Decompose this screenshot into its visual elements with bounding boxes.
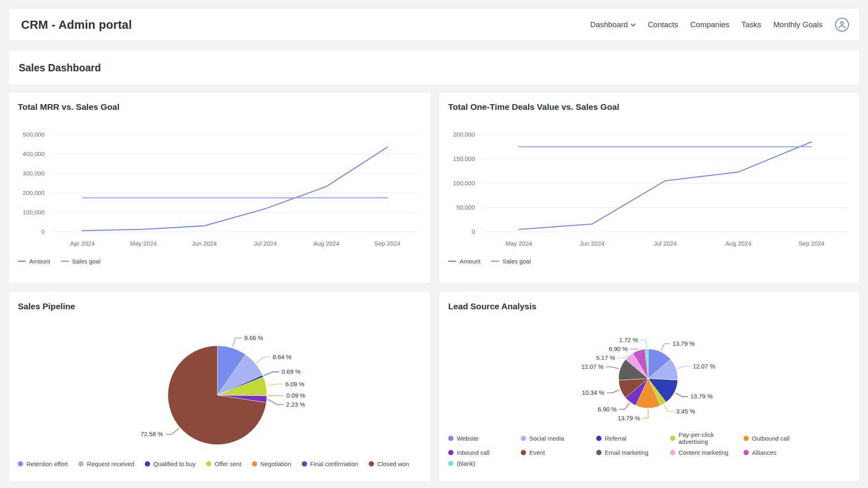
legend-swatch bbox=[448, 436, 453, 441]
nav-item-tasks[interactable]: Tasks bbox=[741, 20, 761, 29]
chart-title: Lead Source Analysis bbox=[448, 302, 850, 311]
svg-text:200,000: 200,000 bbox=[23, 189, 45, 196]
nav-item-dashboard[interactable]: Dashboard bbox=[590, 20, 636, 29]
pie-slice-label: 12.07 % bbox=[693, 363, 715, 370]
svg-text:500,000: 500,000 bbox=[23, 131, 45, 138]
legend-swatch bbox=[369, 461, 374, 467]
nav-item-label: Tasks bbox=[741, 20, 761, 29]
legend-label: Request received bbox=[87, 460, 134, 467]
card-lead-source: Lead Source Analysis 13.79 %12.07 %13.79… bbox=[439, 292, 859, 482]
legend-item-amount[interactable]: Amount bbox=[18, 258, 50, 265]
svg-text:May 2024: May 2024 bbox=[130, 240, 157, 247]
legend-item-sales-goal[interactable]: Sales goal bbox=[491, 258, 531, 265]
nav-item-companies[interactable]: Companies bbox=[690, 20, 729, 29]
sales-pipeline-pie-chart: 9.66 %8.64 %0.69 %6.09 %0.09 %2.23 %72.5… bbox=[18, 318, 421, 452]
svg-text:400,000: 400,000 bbox=[23, 150, 45, 157]
legend-swatch bbox=[743, 450, 749, 455]
svg-text:Sep 2024: Sep 2024 bbox=[799, 240, 825, 247]
legend-item-negotiation[interactable]: Negotiation bbox=[252, 460, 291, 467]
legend-swatch bbox=[521, 436, 526, 441]
mrr-line-chart: 0100,000200,000300,000400,000500,000Apr … bbox=[18, 118, 421, 252]
svg-text:0: 0 bbox=[41, 228, 45, 235]
legend-swatch bbox=[596, 450, 602, 455]
legend-item-event[interactable]: Event bbox=[521, 449, 596, 456]
legend-label: Website bbox=[457, 435, 479, 442]
pie-slice-label: 9.66 % bbox=[244, 334, 263, 341]
nav-item-label: Contacts bbox=[648, 20, 678, 29]
legend-swatch bbox=[78, 461, 84, 467]
legend-swatch bbox=[252, 461, 257, 467]
legend-item-pay-per-click-advertising[interactable]: Pay-per-click advertising bbox=[670, 431, 743, 445]
legend-item-request-received[interactable]: Request received bbox=[78, 460, 134, 467]
one-time-deals-line-chart: 050,000100,000150,000200,000May 2024Jun … bbox=[448, 118, 852, 252]
top-nav: Dashboard Contacts Companies Tasks Month… bbox=[590, 17, 849, 32]
series-line-amount bbox=[82, 147, 387, 231]
legend-item-referral[interactable]: Referral bbox=[596, 431, 670, 445]
page-title: Sales Dashboard bbox=[19, 62, 101, 74]
legend-item-outbound-call[interactable]: Outbound call bbox=[743, 431, 850, 445]
svg-text:200,000: 200,000 bbox=[453, 131, 475, 138]
pie-slice-label: 0.09 % bbox=[286, 392, 305, 399]
legend-label: Closed won bbox=[377, 460, 409, 467]
legend-swatch bbox=[302, 461, 307, 467]
legend-item--blank-[interactable]: (blank) bbox=[448, 460, 521, 467]
legend-label: Event bbox=[529, 449, 545, 456]
chart-legend: WebsiteSocial mediaReferralPay-per-click… bbox=[448, 431, 850, 467]
page-title-bar: Sales Dashboard bbox=[9, 51, 859, 85]
legend-label: Final confirmation bbox=[310, 460, 358, 467]
legend-item-retention-effort[interactable]: Retention effort bbox=[18, 460, 68, 467]
legend-label: Outbound call bbox=[752, 435, 790, 442]
legend-item-inbound-call[interactable]: Inbound call bbox=[448, 449, 521, 456]
legend-item-closed-won[interactable]: Closed won bbox=[369, 460, 409, 467]
svg-text:Jul 2024: Jul 2024 bbox=[254, 240, 277, 247]
svg-text:Jun 2024: Jun 2024 bbox=[192, 240, 217, 247]
legend-swatch bbox=[18, 461, 23, 467]
app-header: CRM - Admin portal Dashboard Contacts Co… bbox=[9, 9, 859, 41]
legend-swatch bbox=[145, 461, 150, 467]
legend-label: Social media bbox=[529, 435, 564, 442]
svg-text:Apr 2024: Apr 2024 bbox=[70, 240, 95, 247]
pie-slice-label: 5.17 % bbox=[596, 354, 615, 361]
svg-text:May 2024: May 2024 bbox=[505, 240, 532, 247]
legend-item-email-marketing[interactable]: Email marketing bbox=[596, 449, 670, 456]
legend-label: (blank) bbox=[457, 460, 475, 467]
legend-item-qualified-to-buy[interactable]: Qualified to buy bbox=[145, 460, 196, 467]
legend-swatch bbox=[61, 261, 69, 262]
user-avatar-icon[interactable] bbox=[835, 17, 849, 32]
legend-label: Content marketing bbox=[679, 449, 728, 456]
legend-item-final-confirmation[interactable]: Final confirmation bbox=[302, 460, 358, 467]
svg-text:0: 0 bbox=[472, 228, 475, 235]
legend-item-alliances[interactable]: Alliances bbox=[743, 449, 850, 456]
legend-swatch bbox=[18, 261, 26, 262]
pie-slice-label: 3.45 % bbox=[676, 408, 695, 415]
svg-text:Jun 2024: Jun 2024 bbox=[580, 240, 605, 247]
app-title: CRM - Admin portal bbox=[21, 18, 132, 32]
card-one-time-deals: Total One-Time Deals Value vs. Sales Goa… bbox=[439, 92, 859, 283]
legend-swatch bbox=[448, 450, 453, 455]
card-sales-pipeline: Sales Pipeline 9.66 %8.64 %0.69 %6.09 %0… bbox=[9, 292, 430, 482]
nav-item-monthly-goals[interactable]: Monthly Goals bbox=[773, 20, 823, 29]
legend-item-social-media[interactable]: Social media bbox=[521, 431, 596, 445]
svg-text:Jul 2024: Jul 2024 bbox=[654, 240, 677, 247]
svg-text:Aug 2024: Aug 2024 bbox=[313, 240, 339, 247]
legend-label: Pay-per-click advertising bbox=[679, 431, 743, 445]
legend-item-website[interactable]: Website bbox=[448, 431, 521, 445]
legend-label: Offer sent bbox=[215, 460, 241, 467]
legend-item-amount[interactable]: Amount bbox=[448, 258, 481, 265]
svg-text:100,000: 100,000 bbox=[453, 180, 475, 186]
legend-item-offer-sent[interactable]: Offer sent bbox=[206, 460, 241, 467]
chart-title: Total MRR vs. Sales Goal bbox=[18, 102, 421, 112]
svg-text:Sep 2024: Sep 2024 bbox=[374, 240, 400, 247]
legend-item-sales-goal[interactable]: Sales goal bbox=[61, 258, 101, 265]
nav-item-label: Monthly Goals bbox=[773, 20, 823, 29]
legend-swatch bbox=[448, 461, 453, 466]
legend-swatch bbox=[491, 261, 499, 262]
legend-label: Retention effort bbox=[26, 460, 68, 467]
legend-item-content-marketing[interactable]: Content marketing bbox=[670, 449, 743, 456]
nav-item-contacts[interactable]: Contacts bbox=[648, 20, 678, 29]
legend-label: Alliances bbox=[752, 449, 776, 456]
svg-text:150,000: 150,000 bbox=[453, 155, 475, 162]
pie-slice-label: 10.34 % bbox=[582, 389, 604, 396]
svg-text:100,000: 100,000 bbox=[23, 209, 45, 216]
legend-swatch bbox=[521, 450, 526, 455]
